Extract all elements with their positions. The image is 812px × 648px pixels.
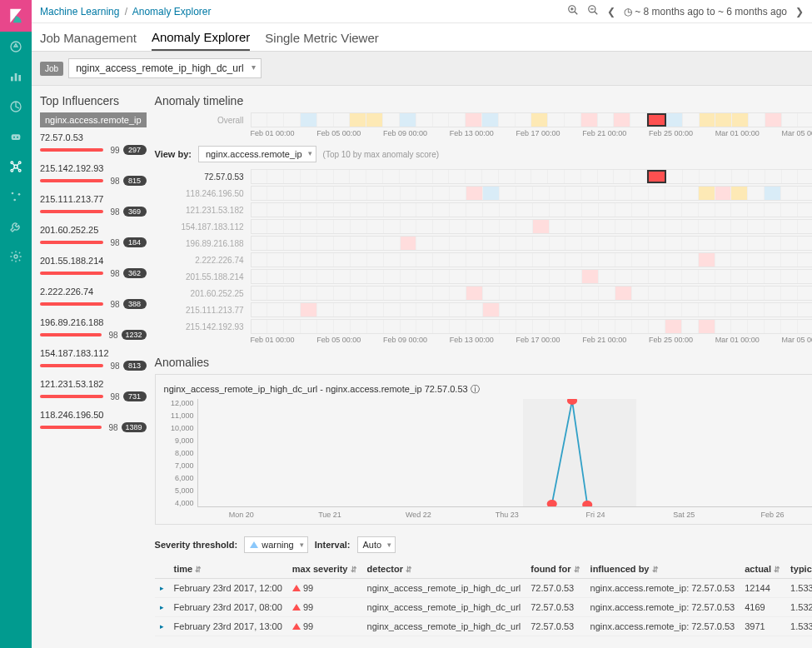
chart-title: nginx_access_remote_ip_high_dc_url - ngi… bbox=[164, 384, 468, 394]
influencer-item[interactable]: 72.57.0.5399297 bbox=[40, 132, 147, 155]
svg-rect-3 bbox=[18, 75, 21, 81]
x-axis: Mon 20Tue 21Wed 22Thu 23Fri 24Sat 25Feb … bbox=[197, 511, 812, 519]
col-detector[interactable]: detector ⇵ bbox=[362, 560, 526, 579]
svg-point-6 bbox=[13, 137, 15, 138]
timeline-title: Anomaly timeline bbox=[155, 94, 812, 107]
time-range[interactable]: ◷ ~ 8 months ago to ~ 6 months ago bbox=[624, 6, 787, 17]
swimlane-label: 72.57.0.53 bbox=[155, 172, 251, 182]
swimlane[interactable] bbox=[251, 202, 812, 217]
job-badge: Job bbox=[40, 62, 63, 76]
swimlane-label: 118.246.196.50 bbox=[155, 189, 251, 198]
zoom-out-icon[interactable] bbox=[587, 4, 599, 18]
tab-single-metric[interactable]: Single Metric Viewer bbox=[265, 31, 378, 50]
svg-point-16 bbox=[14, 255, 17, 258]
viewby-label: View by: bbox=[155, 149, 192, 159]
table-row[interactable]: ▸ February 23rd 2017, 08:00 99 nginx_acc… bbox=[155, 598, 812, 617]
influencer-item[interactable]: 201.55.188.21498362 bbox=[40, 256, 147, 278]
expand-icon[interactable]: ▸ bbox=[155, 598, 169, 617]
anomaly-chart: nginx_access_remote_ip_high_dc_url - ngi… bbox=[155, 374, 812, 525]
influencer-item[interactable]: 201.60.252.2598184 bbox=[40, 225, 147, 247]
viewby-note: (Top 10 by max anomaly score) bbox=[323, 150, 440, 159]
influencer-field: nginx.access.remote_ip bbox=[40, 112, 147, 127]
swimlane-label: 201.60.252.25 bbox=[155, 289, 251, 298]
swimlane[interactable] bbox=[251, 269, 812, 284]
svg-point-10 bbox=[18, 162, 21, 164]
nav-visualize-icon[interactable] bbox=[0, 62, 32, 92]
clock-icon: ◷ bbox=[624, 6, 632, 17]
col-typical[interactable]: typical ⇵ bbox=[785, 560, 812, 579]
svg-point-11 bbox=[11, 169, 13, 172]
warning-icon bbox=[250, 541, 258, 548]
critical-icon bbox=[292, 604, 301, 611]
swimlane[interactable] bbox=[251, 302, 812, 317]
y-axis: 12,00011,00010,0009,0008,0007,0006,0005,… bbox=[164, 399, 197, 507]
nav-devtools-icon[interactable] bbox=[0, 212, 32, 242]
influencer-item[interactable]: 215.142.192.9398815 bbox=[40, 163, 147, 186]
tab-anomaly-explorer[interactable]: Anomaly Explorer bbox=[152, 30, 250, 51]
tab-job-management[interactable]: Job Management bbox=[40, 31, 137, 50]
info-icon[interactable]: ⓘ bbox=[471, 384, 480, 394]
swimlane-label: 2.222.226.74 bbox=[155, 256, 251, 265]
expand-icon[interactable]: ▸ bbox=[155, 617, 169, 636]
svg-point-21 bbox=[582, 501, 592, 506]
swimlane[interactable] bbox=[251, 286, 812, 301]
anomaly-timeline: Anomaly timeline Overall Feb 01 00:00Feb… bbox=[155, 94, 812, 344]
svg-point-19 bbox=[546, 500, 556, 506]
table-row[interactable]: ▸ February 23rd 2017, 13:00 99 nginx_acc… bbox=[155, 617, 812, 636]
swimlane[interactable] bbox=[251, 219, 812, 234]
severity-select[interactable]: warning bbox=[244, 536, 308, 553]
swimlane[interactable] bbox=[251, 186, 812, 201]
breadcrumb-root[interactable]: Machine Learning bbox=[40, 6, 119, 17]
plot-area[interactable] bbox=[197, 399, 812, 507]
anomalies-title: Anomalies bbox=[155, 356, 812, 369]
influencer-item[interactable]: 196.89.216.188981232 bbox=[40, 317, 147, 340]
expand-icon[interactable]: ▸ bbox=[155, 579, 169, 598]
svg-point-15 bbox=[13, 199, 16, 202]
zoom-in-icon[interactable] bbox=[567, 4, 579, 18]
influencer-item[interactable]: 121.231.53.18298731 bbox=[40, 379, 147, 401]
influencer-item[interactable]: 154.187.183.11298813 bbox=[40, 348, 147, 371]
overall-swimlane[interactable] bbox=[251, 112, 812, 127]
svg-point-20 bbox=[566, 399, 576, 405]
swimlane-label: 121.231.53.182 bbox=[155, 206, 251, 215]
swimlane-label: 215.111.213.77 bbox=[155, 306, 251, 315]
interval-label: Interval: bbox=[315, 540, 351, 550]
nav-dashboard-icon[interactable] bbox=[0, 92, 32, 122]
time-prev-icon[interactable]: ❮ bbox=[607, 6, 615, 17]
swimlane-label: 154.187.183.112 bbox=[155, 222, 251, 232]
interval-select[interactable]: Auto bbox=[357, 536, 396, 553]
breadcrumb-page[interactable]: Anomaly Explorer bbox=[132, 6, 212, 17]
swimlane[interactable] bbox=[251, 252, 812, 267]
swimlane[interactable] bbox=[251, 169, 812, 184]
col-time[interactable]: time ⇵ bbox=[169, 560, 287, 579]
col-actual[interactable]: actual ⇵ bbox=[740, 560, 785, 579]
svg-point-13 bbox=[12, 192, 14, 195]
svg-point-12 bbox=[18, 169, 21, 172]
influencer-item[interactable]: 118.246.196.50981389 bbox=[40, 410, 147, 432]
nav-ml-icon[interactable] bbox=[0, 152, 32, 182]
swimlane-label: 196.89.216.188 bbox=[155, 239, 251, 248]
job-select[interactable]: nginx_access_remote_ip_high_dc_url bbox=[68, 58, 261, 78]
ml-tabs: Job Management Anomaly Explorer Single M… bbox=[32, 23, 812, 52]
top-header: Machine Learning / Anomaly Explorer ❮ ◷ … bbox=[32, 0, 812, 23]
swimlane[interactable] bbox=[251, 236, 812, 251]
influencer-item[interactable]: 215.111.213.7798369 bbox=[40, 194, 147, 217]
top-influencers-title: Top Influencers bbox=[40, 94, 147, 107]
nav-management-icon[interactable] bbox=[0, 242, 32, 272]
col-max[interactable]: max severity ⇵ bbox=[287, 560, 362, 579]
influencer-item[interactable]: 2.222.226.7498388 bbox=[40, 287, 147, 309]
viewby-select[interactable]: nginx.access.remote_ip bbox=[198, 146, 316, 162]
col-found[interactable]: found for ⇵ bbox=[526, 560, 585, 579]
svg-rect-5 bbox=[12, 134, 21, 140]
table-row[interactable]: ▸ February 23rd 2017, 12:00 99 nginx_acc… bbox=[155, 579, 812, 598]
swimlane[interactable] bbox=[251, 319, 812, 334]
kibana-logo[interactable] bbox=[0, 0, 32, 32]
job-bar: Job nginx_access_remote_ip_high_dc_url bbox=[32, 52, 812, 86]
nav-timelion-icon[interactable] bbox=[0, 122, 32, 152]
time-next-icon[interactable]: ❯ bbox=[795, 6, 804, 17]
swimlane-label: 215.142.192.93 bbox=[155, 322, 251, 331]
nav-graph-icon[interactable] bbox=[0, 182, 32, 212]
nav-discover-icon[interactable] bbox=[0, 32, 32, 62]
severity-label: Severity threshold: bbox=[155, 540, 238, 550]
col-influenced[interactable]: influenced by ⇵ bbox=[585, 560, 740, 579]
